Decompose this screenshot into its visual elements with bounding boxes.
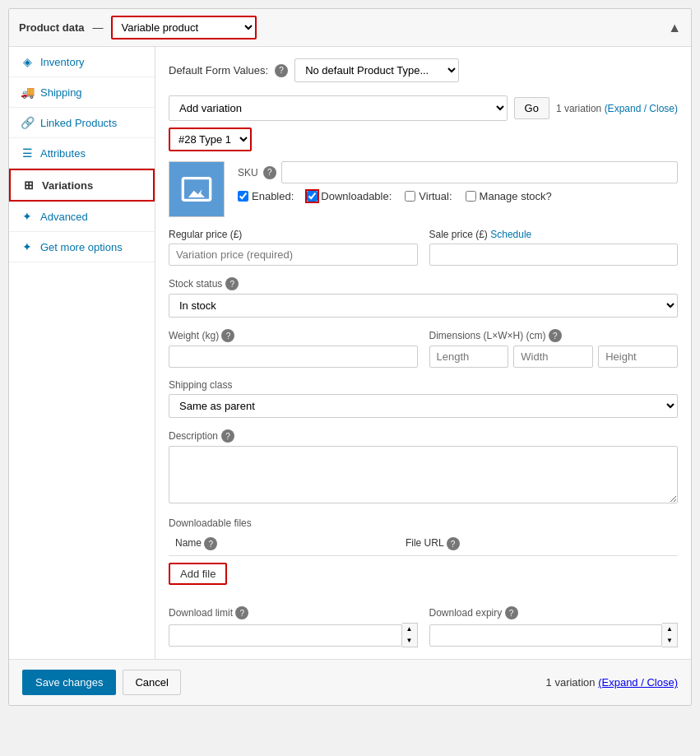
manage-stock-checkbox-item: Manage stock? <box>466 190 552 202</box>
regular-price-label: Regular price (£) <box>169 229 418 240</box>
download-limit-input[interactable]: Unlimited <box>169 624 402 647</box>
download-limit-group: Download limit ? Unlimited ▲ ▼ <box>169 606 418 647</box>
sidebar-label-shipping: Shipping <box>40 86 82 99</box>
download-limit-up-btn[interactable]: ▲ <box>402 624 417 635</box>
download-expiry-input[interactable]: Never <box>429 624 663 647</box>
expand-close-link[interactable]: (Expand / Close) <box>605 103 678 114</box>
manage-stock-checkbox[interactable] <box>466 191 476 202</box>
weight-input[interactable] <box>169 346 418 368</box>
manage-stock-label: Manage stock? <box>480 190 552 202</box>
default-form-values-label: Default Form Values: <box>169 64 268 77</box>
sidebar-item-linked-products[interactable]: 🔗 Linked Products <box>9 108 155 138</box>
get-more-icon: ✦ <box>21 240 34 253</box>
dash-separator: — <box>92 21 103 34</box>
collapse-arrow[interactable]: ▲ <box>668 21 681 35</box>
files-name-help-icon[interactable]: ? <box>204 537 217 550</box>
product-type-select[interactable]: Variable product Simple product Grouped … <box>111 16 257 39</box>
default-form-values-row: Default Form Values: ? No default Produc… <box>169 58 678 82</box>
downloadable-checkbox[interactable] <box>307 191 318 202</box>
download-limit-help-icon[interactable]: ? <box>235 606 248 619</box>
downloadable-label: Downloadable: <box>321 190 392 202</box>
sidebar-label-attributes: Attributes <box>40 147 86 160</box>
stock-status-help-icon[interactable]: ? <box>225 277 239 290</box>
download-limit-down-btn[interactable]: ▼ <box>402 635 417 647</box>
main-content: Default Form Values: ? No default Produc… <box>155 47 691 659</box>
download-limit-spinner: Unlimited ▲ ▼ <box>169 623 418 647</box>
width-input[interactable] <box>513 346 593 368</box>
variation-selector[interactable]: #28 Type 1 <box>169 128 252 151</box>
panel-footer: Save changes Cancel 1 variation (Expand … <box>9 659 691 705</box>
sidebar-item-variations[interactable]: ⊞ Variations <box>9 169 155 202</box>
description-label: Description ? <box>169 429 678 443</box>
stock-status-select[interactable]: In stock Out of stock On backorder <box>169 294 678 318</box>
sku-help-icon[interactable]: ? <box>263 166 276 179</box>
virtual-checkbox-item: Virtual: <box>405 190 452 202</box>
sku-row: SKU ? <box>238 161 678 183</box>
default-form-values-select[interactable]: No default Product Type... <box>294 58 459 82</box>
save-changes-button[interactable]: Save changes <box>22 670 116 695</box>
variation-content: SKU ? Enabled: Downloadable: <box>169 161 678 217</box>
files-col-name: Name ? <box>169 532 399 556</box>
footer-actions: Save changes Cancel <box>22 670 181 695</box>
description-group: Description ? <box>169 429 678 506</box>
sku-input[interactable] <box>281 161 678 183</box>
variation-image[interactable] <box>169 161 225 217</box>
download-limits-row: Download limit ? Unlimited ▲ ▼ Download … <box>169 606 678 647</box>
sidebar-item-advanced[interactable]: ✦ Advanced <box>9 202 155 232</box>
download-expiry-group: Download expiry ? Never ▲ ▼ <box>429 606 679 647</box>
dimensions-inputs <box>429 346 679 368</box>
schedule-link[interactable]: Schedule <box>490 229 531 240</box>
download-limit-spinner-btns: ▲ ▼ <box>402 623 418 647</box>
dimensions-label: Dimensions (L×W×H) (cm) ? <box>429 329 679 342</box>
cancel-button[interactable]: Cancel <box>123 670 180 695</box>
download-expiry-spinner-btns: ▲ ▼ <box>662 623 678 647</box>
dimensions-help-icon[interactable]: ? <box>549 329 562 342</box>
sidebar-item-inventory[interactable]: ◈ Inventory <box>9 47 155 77</box>
linked-products-icon: 🔗 <box>21 116 34 129</box>
footer-variation-count: 1 variation (Expand / Close) <box>546 676 678 689</box>
sidebar-label-inventory: Inventory <box>40 56 84 68</box>
download-expiry-down-btn[interactable]: ▼ <box>662 635 677 647</box>
footer-expand-close-link[interactable]: (Expand / Close) <box>598 676 678 689</box>
length-input[interactable] <box>429 346 509 368</box>
attributes-icon: ☰ <box>21 146 34 160</box>
go-button[interactable]: Go <box>514 97 549 119</box>
sidebar-label-linked-products: Linked Products <box>40 117 117 129</box>
variation-header: #28 Type 1 <box>169 128 678 151</box>
download-expiry-spinner: Never ▲ ▼ <box>429 623 679 647</box>
enabled-checkbox[interactable] <box>238 191 248 202</box>
files-url-help-icon[interactable]: ? <box>447 537 460 550</box>
sku-label: SKU <box>238 167 258 179</box>
shipping-class-select[interactable]: Same as parent Flat rate Free shipping <box>169 394 678 418</box>
panel-header: Product data — Variable product Simple p… <box>9 9 691 47</box>
download-limit-label: Download limit ? <box>169 606 418 619</box>
download-expiry-up-btn[interactable]: ▲ <box>662 624 677 635</box>
height-input[interactable] <box>598 346 678 368</box>
downloadable-files-group: Downloadable files Name ? File URL ? <box>169 517 678 595</box>
description-help-icon[interactable]: ? <box>221 429 234 443</box>
download-expiry-label: Download expiry ? <box>429 606 679 619</box>
sidebar-label-advanced: Advanced <box>40 211 88 223</box>
regular-price-input[interactable] <box>169 243 418 266</box>
description-textarea[interactable] <box>169 446 678 503</box>
sidebar-item-attributes[interactable]: ☰ Attributes <box>9 138 155 169</box>
files-table: Name ? File URL ? <box>169 532 678 556</box>
weight-dimensions-row: Weight (kg) ? Dimensions (L×W×H) (cm) ? <box>169 329 678 368</box>
sidebar-item-shipping[interactable]: 🚚 Shipping <box>9 77 155 108</box>
downloadable-checkbox-item: Downloadable: <box>307 190 392 202</box>
download-expiry-help-icon[interactable]: ? <box>505 606 518 619</box>
sidebar-item-get-more-options[interactable]: ✦ Get more options <box>9 232 155 262</box>
weight-label: Weight (kg) ? <box>169 329 418 342</box>
default-form-values-help-icon[interactable]: ? <box>275 64 288 77</box>
weight-help-icon[interactable]: ? <box>221 329 234 342</box>
add-file-button[interactable]: Add file <box>169 563 227 585</box>
stock-status-label: Stock status ? <box>169 277 678 290</box>
advanced-icon: ✦ <box>21 210 34 223</box>
virtual-checkbox[interactable] <box>405 191 415 202</box>
product-data-panel: Product data — Variable product Simple p… <box>8 8 692 706</box>
stock-status-group: Stock status ? In stock Out of stock On … <box>169 277 678 318</box>
add-variation-row: Add variation Go 1 variation (Expand / C… <box>169 95 678 121</box>
sale-price-input[interactable] <box>429 243 679 266</box>
add-variation-select[interactable]: Add variation <box>169 95 508 121</box>
pricing-row: Regular price (£) Sale price (£) Schedul… <box>169 229 678 266</box>
